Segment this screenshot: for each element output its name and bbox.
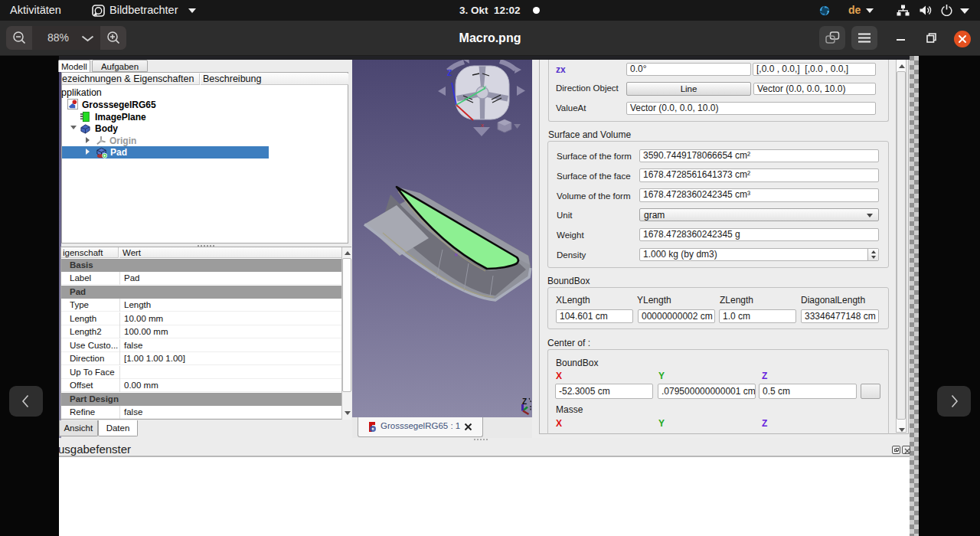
svg-text:Z: Z [447, 69, 452, 77]
svg-text:Y: Y [482, 84, 487, 91]
svg-text:x: x [481, 122, 484, 129]
